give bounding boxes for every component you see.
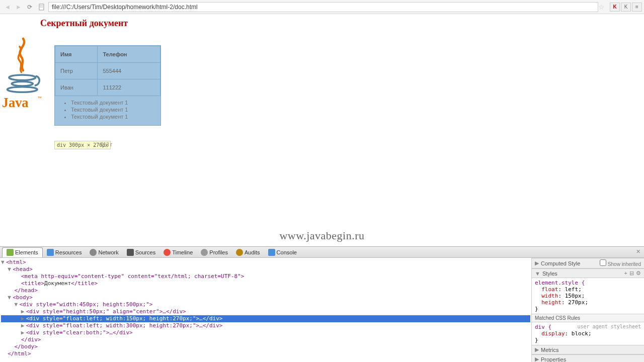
matched-rules-header: Matched CSS Rules [532, 314, 644, 322]
styles-panel: ▶Computed Style Show inherited ▼Styles+⊟… [531, 258, 644, 362]
gear-icon[interactable]: ⚙ [636, 270, 641, 277]
computed-style-header[interactable]: ▶Computed Style Show inherited [532, 258, 644, 268]
forward-button[interactable]: ► [13, 2, 24, 12]
extension-icon-1[interactable]: K [610, 3, 620, 12]
elements-tree[interactable]: ▼<html> ▼<head> <meta http-equiv="conten… [0, 258, 531, 362]
new-rule-icon[interactable]: + [624, 270, 627, 277]
svg-rect-1 [40, 5, 43, 6]
content-panel: Имя Телефон Петр 555444 Иван 111222 Текс… [54, 45, 161, 126]
show-inherited-checkbox[interactable] [600, 259, 606, 266]
back-button[interactable]: ◄ [2, 2, 13, 12]
svg-point-4 [9, 75, 36, 80]
devtools-panel: Elements Resources Network Sources Timel… [0, 246, 644, 362]
reload-button[interactable]: ⟳ [24, 2, 35, 12]
url-input[interactable] [48, 2, 598, 12]
menu-icon[interactable]: ≡ [632, 3, 642, 12]
table-row: Петр 555444 [55, 63, 160, 79]
properties-header[interactable]: ▶Properties [532, 354, 644, 362]
col-phone: Телефон [98, 46, 160, 63]
document-list: Текстовый документ 1 Текстовый документ … [55, 96, 160, 125]
tab-profiles[interactable]: Profiles [197, 248, 232, 257]
java-logo: Java ™ [1, 34, 46, 115]
svg-rect-3 [40, 7, 43, 8]
styles-header[interactable]: ▼Styles+⊟⚙ [532, 268, 644, 278]
browser-toolbar: ◄ ► ⟳ ☆ K K ≡ [0, 0, 644, 14]
file-icon [37, 3, 46, 12]
svg-rect-2 [40, 6, 43, 7]
extension-icon-2[interactable]: K [621, 3, 631, 12]
page-title: Секретный документ [0, 14, 644, 31]
table-row: Иван 111222 [55, 79, 160, 96]
table-header-row: Имя Телефон [55, 46, 160, 63]
tab-network[interactable]: Network [86, 248, 122, 257]
col-name: Имя [55, 46, 98, 63]
data-table: Имя Телефон Петр 555444 Иван 111222 [55, 46, 160, 96]
tab-console[interactable]: Console [264, 248, 301, 257]
svg-text:Java: Java [2, 95, 29, 110]
svg-point-6 [7, 87, 37, 93]
matched-rule-block[interactable]: div {user agent stylesheet display: bloc… [532, 322, 644, 345]
devtools-close-icon[interactable]: ✕ [634, 248, 642, 256]
svg-point-5 [12, 81, 33, 86]
tab-elements[interactable]: Elements [2, 247, 43, 257]
tab-sources[interactable]: Sources [123, 248, 159, 257]
list-item: Текстовый документ 1 [71, 99, 160, 106]
page-viewport: Секретный документ Java ™ Имя Телефон Пе… [0, 14, 644, 246]
selected-element[interactable]: ▶<div style="float:left; width:150px; he… [1, 315, 530, 322]
tab-timeline[interactable]: Timeline [159, 248, 197, 257]
tab-resources[interactable]: Resources [43, 248, 86, 257]
metrics-header[interactable]: ▶Metrics [532, 345, 644, 354]
watermark: www.javabegin.ru [279, 229, 364, 242]
devtools-toolbar: Elements Resources Network Sources Timel… [0, 247, 644, 258]
date-text: 013 г [101, 142, 112, 147]
list-item: Текстовый документ 1 [71, 106, 160, 113]
svg-text:™: ™ [37, 96, 42, 101]
list-item: Текстовый документ 1 [71, 113, 160, 120]
toggle-state-icon[interactable]: ⊟ [629, 270, 634, 277]
element-style-block[interactable]: element.style { float: left; width: 150p… [532, 278, 644, 314]
tab-audits[interactable]: Audits [232, 248, 264, 257]
bookmark-star-icon[interactable]: ☆ [598, 3, 605, 11]
